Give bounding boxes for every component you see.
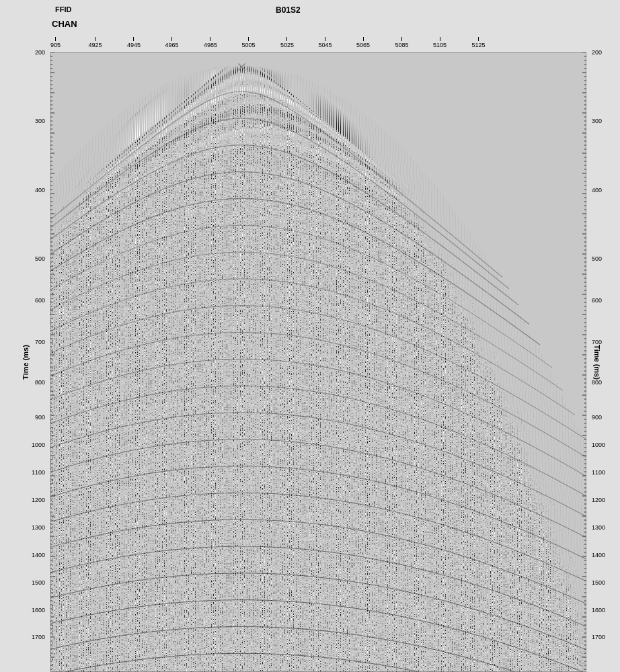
- time-tick-right: 1300: [592, 524, 605, 531]
- channel-tick: 5025: [280, 37, 294, 48]
- channel-tick: 905: [50, 37, 61, 48]
- tick-label: 5005: [242, 42, 256, 48]
- time-tick-left: 1400: [32, 552, 45, 558]
- tick-line: [363, 37, 364, 41]
- channel-tick: 4925: [89, 37, 102, 48]
- channel-tick: 5005: [242, 37, 256, 48]
- time-tick-right: 1200: [592, 497, 605, 503]
- channel-axis: 9054925494549654985500550255045506550855…: [50, 37, 586, 50]
- ffid-label: FFID: [55, 5, 71, 13]
- tick-label: 5125: [471, 42, 485, 48]
- time-tick-right: 800: [592, 379, 602, 386]
- channel-tick: 5125: [471, 37, 485, 48]
- time-tick-right: 900: [592, 414, 602, 421]
- seismic-canvas: [50, 52, 586, 672]
- time-tick-right: 300: [592, 118, 602, 124]
- time-tick-left: 1000: [32, 442, 45, 448]
- time-axis-right: Time (ms) 200300400500600700800900100011…: [586, 52, 620, 672]
- time-tick-right: 500: [592, 255, 602, 262]
- tick-label: 905: [50, 42, 61, 48]
- chan-label: CHAN: [52, 19, 77, 29]
- header-area: FFID CHAN B01S2 905492549454965498550055…: [0, 0, 620, 54]
- tick-line: [325, 37, 325, 41]
- time-tick-left: 300: [35, 118, 45, 124]
- time-tick-right: 1000: [592, 442, 605, 448]
- time-axis-title-left: Time (ms): [22, 345, 30, 380]
- tick-label: 5065: [356, 42, 370, 48]
- time-tick-left: 900: [35, 414, 45, 421]
- time-tick-right: 600: [592, 297, 602, 304]
- time-axis-left: Time (ms) 200300400500600700800900100011…: [0, 52, 50, 672]
- channel-tick: 5105: [433, 37, 447, 48]
- tick-line: [286, 37, 287, 41]
- tick-label: 4985: [204, 42, 217, 48]
- tick-line: [95, 37, 95, 41]
- tick-label: 4965: [165, 42, 179, 48]
- time-axis-title-right: Time (ms): [593, 345, 601, 380]
- channel-tick: 5085: [395, 37, 408, 48]
- time-tick-left: 600: [35, 297, 45, 304]
- time-tick-left: 1500: [32, 579, 45, 586]
- tick-label: 4925: [89, 42, 102, 48]
- tick-line: [478, 37, 479, 41]
- tick-line: [248, 37, 249, 41]
- seismic-container: FFID CHAN B01S2 905492549454965498550055…: [0, 0, 620, 672]
- tick-line: [133, 37, 134, 41]
- time-tick-left: 500: [35, 255, 45, 262]
- seismic-plot: [50, 52, 586, 672]
- time-tick-right: 1700: [592, 634, 605, 640]
- time-tick-right: 700: [592, 339, 602, 345]
- tick-line: [440, 37, 440, 41]
- tick-label: 5025: [280, 42, 294, 48]
- time-tick-left: 1600: [32, 607, 45, 614]
- time-tick-left: 1200: [32, 497, 45, 503]
- tick-line: [210, 37, 210, 41]
- tick-label: 5045: [319, 42, 332, 48]
- time-tick-right: 1100: [592, 469, 605, 476]
- time-tick-left: 1300: [32, 524, 45, 531]
- channel-tick: 5045: [319, 37, 332, 48]
- tick-line: [171, 37, 172, 41]
- time-tick-right: 1500: [592, 579, 605, 586]
- tick-line: [401, 37, 402, 41]
- tick-line: [55, 37, 56, 41]
- time-tick-left: 800: [35, 379, 45, 386]
- time-tick-left: 1700: [32, 634, 45, 640]
- time-tick-right: 1600: [592, 607, 605, 614]
- time-tick-left: 200: [35, 49, 45, 56]
- channel-tick: 4945: [127, 37, 141, 48]
- time-tick-left: 700: [35, 339, 45, 345]
- channel-tick: 4985: [204, 37, 217, 48]
- channel-tick: 5065: [356, 37, 370, 48]
- title-label: B01S2: [276, 5, 301, 15]
- time-tick-right: 200: [592, 49, 602, 56]
- time-tick-left: 1100: [32, 469, 45, 476]
- time-tick-left: 400: [35, 187, 45, 194]
- time-tick-right: 400: [592, 187, 602, 194]
- tick-label: 4945: [127, 42, 141, 48]
- tick-label: 5105: [433, 42, 447, 48]
- tick-label: 5085: [395, 42, 408, 48]
- channel-tick: 4965: [165, 37, 179, 48]
- time-tick-right: 1400: [592, 552, 605, 558]
